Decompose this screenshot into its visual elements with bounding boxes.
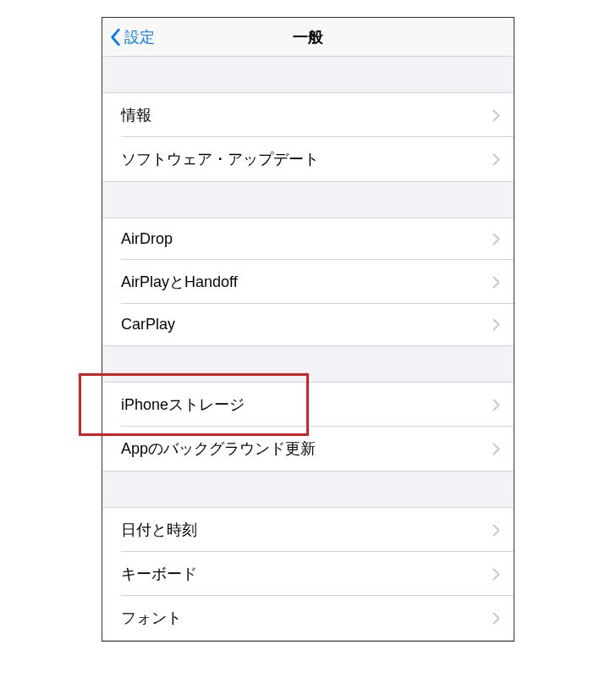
item-label: iPhoneストレージ: [121, 394, 245, 415]
settings-group: iPhoneストレージAppのバックグラウンド更新: [102, 382, 514, 471]
group-spacer: [102, 182, 514, 218]
navigation-bar: 設定 一般: [102, 18, 514, 57]
chevron-right-icon: [492, 568, 500, 581]
group-spacer: [102, 57, 514, 92]
chevron-right-icon: [492, 612, 500, 625]
back-button[interactable]: 設定: [102, 27, 155, 47]
settings-group: AirDropAirPlayとHandoffCarPlay: [102, 218, 514, 346]
chevron-right-icon: [492, 153, 500, 166]
item-label: 日付と時刻: [121, 520, 197, 540]
chevron-right-icon: [492, 109, 500, 122]
settings-item-background-app-refresh[interactable]: Appのバックグラウンド更新: [102, 427, 514, 471]
item-label: フォント: [121, 608, 182, 628]
group-spacer: [102, 346, 514, 382]
settings-item-keyboard[interactable]: キーボード: [102, 552, 514, 596]
chevron-right-icon: [492, 233, 500, 245]
chevron-right-icon: [492, 318, 500, 331]
page-title: 一般: [293, 27, 323, 47]
settings-group: 日付と時刻キーボードフォント: [102, 507, 514, 641]
settings-item-date-time[interactable]: 日付と時刻: [102, 508, 514, 552]
item-label: 情報: [121, 105, 151, 125]
item-label: AirPlayとHandoff: [121, 272, 238, 292]
item-label: CarPlay: [121, 316, 175, 333]
settings-item-fonts[interactable]: フォント: [102, 596, 514, 640]
device-frame: 設定 一般 情報ソフトウェア・アップデートAirDropAirPlayとHand…: [102, 17, 514, 642]
chevron-right-icon: [492, 524, 500, 537]
group-spacer: [102, 471, 514, 507]
settings-group: 情報ソフトウェア・アップデート: [102, 92, 514, 182]
settings-content: 情報ソフトウェア・アップデートAirDropAirPlayとHandoffCar…: [102, 57, 514, 641]
chevron-right-icon: [492, 276, 500, 289]
settings-item-carplay[interactable]: CarPlay: [102, 304, 514, 345]
item-label: AirDrop: [121, 230, 173, 248]
item-label: Appのバックグラウンド更新: [121, 438, 316, 459]
item-label: ソフトウェア・アップデート: [121, 149, 319, 169]
settings-item-iphone-storage[interactable]: iPhoneストレージ: [102, 383, 514, 427]
settings-item-airdrop[interactable]: AirDrop: [102, 218, 514, 260]
settings-item-software-update[interactable]: ソフトウェア・アップデート: [102, 137, 514, 181]
chevron-right-icon: [492, 399, 500, 411]
chevron-right-icon: [492, 443, 500, 455]
back-label: 設定: [124, 27, 155, 47]
chevron-left-icon: [109, 28, 121, 47]
settings-item-airplay-handoff[interactable]: AirPlayとHandoff: [102, 260, 514, 304]
item-label: キーボード: [121, 564, 197, 584]
settings-item-about[interactable]: 情報: [102, 93, 514, 137]
